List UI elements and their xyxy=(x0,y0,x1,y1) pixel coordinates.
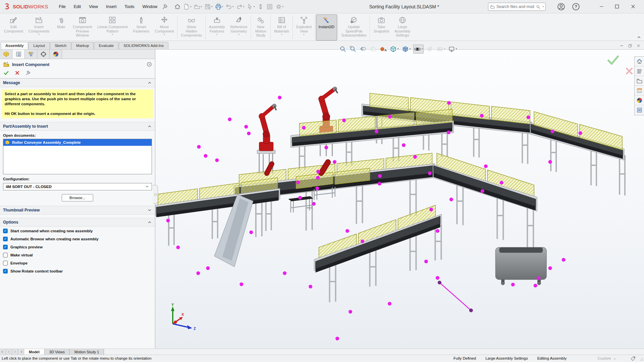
update-speedpak-subassemblies-button[interactable]: Update SpeedPak Subassemblies xyxy=(339,14,369,41)
redo-button[interactable]: ▾ xyxy=(235,3,245,11)
dropdown-caret[interactable]: ▾ xyxy=(456,48,457,50)
menu-insert[interactable]: Insert xyxy=(103,3,120,11)
smart-fasteners-button[interactable]: Smart Fasteners xyxy=(130,14,152,41)
tab-evaluate[interactable]: Evaluate xyxy=(94,42,118,49)
search-dropdown-caret[interactable]: ▾ xyxy=(542,5,544,8)
keep-visible-pin-button[interactable] xyxy=(25,70,31,76)
tab-solidworks-add-ins[interactable]: SOLIDWORKS Add-Ins xyxy=(119,42,168,49)
tab-last-button[interactable] xyxy=(18,349,24,355)
take-snapshot-button[interactable]: Take Snapshot xyxy=(371,14,391,41)
taskpane-custom-properties-tab[interactable] xyxy=(635,105,644,115)
menu-window[interactable]: Window xyxy=(139,3,161,11)
document-minimize-button[interactable] xyxy=(620,44,624,48)
dropdown-caret[interactable]: ▾ xyxy=(201,5,202,8)
pin-menu-icon[interactable] xyxy=(162,4,168,10)
large-assembly-settings-button[interactable]: Large Assembly Settings xyxy=(392,14,413,41)
display-manager-tab[interactable] xyxy=(50,50,62,59)
configuration-select-chevron[interactable] xyxy=(145,184,149,189)
tab-first-button[interactable] xyxy=(0,349,6,355)
collapse-options-chevron[interactable] xyxy=(147,220,152,225)
open-document-item[interactable]: Roller Conveyor Assembly_Complete xyxy=(3,139,152,146)
document-close-button[interactable] xyxy=(636,44,641,48)
select-button[interactable]: ▾ xyxy=(246,3,256,11)
cancel-button[interactable] xyxy=(14,70,20,76)
edit-appearance-button[interactable] xyxy=(426,45,434,53)
configuration-manager-tab[interactable] xyxy=(25,50,37,59)
zoom-to-fit-button[interactable] xyxy=(339,45,347,53)
menu-edit[interactable]: Edit xyxy=(70,3,85,11)
assembly-features-button[interactable]: Assembly Features▾ xyxy=(206,14,228,41)
zoom-to-area-button[interactable] xyxy=(349,45,357,53)
dropdown-caret[interactable]: ▾ xyxy=(422,48,423,50)
confirmation-ok-icon[interactable] xyxy=(605,53,621,67)
open-document-button[interactable]: ▾ xyxy=(193,3,203,11)
collapse-message-chevron[interactable] xyxy=(147,80,152,85)
option-automatic-browse-when-creating-new-assembly[interactable]: ✓Automatic Browse when creating new asse… xyxy=(3,237,152,241)
save-button[interactable]: ▾ xyxy=(204,3,213,11)
dropdown-caret[interactable]: ▾ xyxy=(281,33,282,36)
tab-sketch[interactable]: Sketch xyxy=(50,42,71,49)
dropdown-caret[interactable]: ▾ xyxy=(238,33,239,36)
previous-view-button[interactable] xyxy=(359,45,367,53)
home-button[interactable] xyxy=(173,3,181,11)
collapse-ribbon-button[interactable] xyxy=(637,35,641,40)
dropdown-caret[interactable]: ▾ xyxy=(444,48,445,50)
dropdown-caret[interactable]: ▾ xyxy=(303,33,305,36)
dropdown-caret[interactable]: ▾ xyxy=(211,5,213,8)
help-icon[interactable]: ? xyxy=(572,2,580,11)
graphics-area[interactable]: A▾▾▾▾▾ Y Z X xyxy=(155,50,644,349)
open-documents-list[interactable]: Roller Conveyor Assembly_Complete xyxy=(3,139,152,174)
dropdown-caret[interactable]: ▾ xyxy=(190,5,192,8)
tab-markup[interactable]: Markup xyxy=(71,42,94,49)
feature-manager-tab[interactable] xyxy=(0,50,12,59)
print-button[interactable]: ▾ xyxy=(214,3,224,11)
confirmation-cancel-icon[interactable] xyxy=(623,66,635,76)
taskpane-design-library-tab[interactable] xyxy=(635,66,644,76)
undo-button[interactable]: ▾ xyxy=(225,3,234,11)
window-minimize-button[interactable] xyxy=(596,4,606,10)
tab-next-button[interactable] xyxy=(12,349,18,355)
browse-button[interactable]: Browse... xyxy=(62,194,93,201)
configuration-select[interactable]: 4M SORT OUT - CLOSED xyxy=(3,183,152,190)
show-hidden-components-button[interactable]: Show Hidden Components xyxy=(178,14,204,41)
hide-show-items-button[interactable]: ▾ xyxy=(413,45,424,54)
window-maximize-button[interactable] xyxy=(612,4,622,10)
option-start-command-when-creating-new-assembly[interactable]: ✓Start command when creating new assembl… xyxy=(3,229,152,233)
dropdown-caret[interactable]: ▾ xyxy=(112,33,113,36)
checkbox[interactable]: ✓ xyxy=(3,237,8,241)
reference-geometry-button[interactable]: Reference Geometry▾ xyxy=(228,14,250,41)
pm-help-icon[interactable]: ? xyxy=(147,62,152,67)
move-component-button[interactable]: Move Component▾ xyxy=(152,14,177,41)
collapse-part-assembly-chevron[interactable] xyxy=(147,124,152,129)
search-box[interactable]: ▾ xyxy=(488,3,546,11)
dropdown-caret[interactable]: ▾ xyxy=(243,5,245,8)
instant3d-button[interactable]: Instant3D xyxy=(316,14,337,41)
taskpane-home-tab[interactable] xyxy=(635,57,644,66)
menu-tools[interactable]: Tools xyxy=(121,3,138,11)
apply-scene-button[interactable]: ▾ xyxy=(436,45,446,53)
dropdown-caret[interactable]: ▾ xyxy=(232,5,234,8)
dropdown-caret[interactable]: ▾ xyxy=(282,5,284,8)
linear-component-pattern-button[interactable]: Linear Component Pattern▾ xyxy=(95,14,130,41)
insert-components-button[interactable]: Insert Components▾ xyxy=(26,14,52,41)
checkbox[interactable] xyxy=(3,253,8,257)
tab-prev-button[interactable] xyxy=(6,349,12,355)
dropdown-caret[interactable]: ▾ xyxy=(216,33,218,36)
search-input[interactable] xyxy=(496,4,534,9)
property-manager-tab[interactable] xyxy=(12,50,25,59)
taskpane-file-explorer-tab[interactable] xyxy=(635,76,644,86)
bill-of-materials-button[interactable]: Bill of Materials▾ xyxy=(271,14,292,41)
document-tab-3d-views[interactable]: 3D Views xyxy=(45,349,70,355)
ok-button[interactable] xyxy=(3,70,9,76)
display-style-button[interactable]: ▾ xyxy=(401,45,411,53)
panel-splitter-handle[interactable] xyxy=(153,185,158,204)
window-close-button[interactable] xyxy=(628,4,638,10)
dimxpert-tab[interactable] xyxy=(37,50,50,59)
checkbox[interactable]: ✓ xyxy=(3,229,8,233)
status-custom-dropdown[interactable]: Custom ▴ xyxy=(598,356,615,360)
option-envelope[interactable]: Envelope xyxy=(3,261,152,265)
properties-button[interactable] xyxy=(266,3,274,11)
mate-button[interactable]: Mate xyxy=(52,14,70,41)
view-orientation-button[interactable]: ▾ xyxy=(389,45,399,53)
tab-assembly[interactable]: Assembly xyxy=(1,42,28,49)
